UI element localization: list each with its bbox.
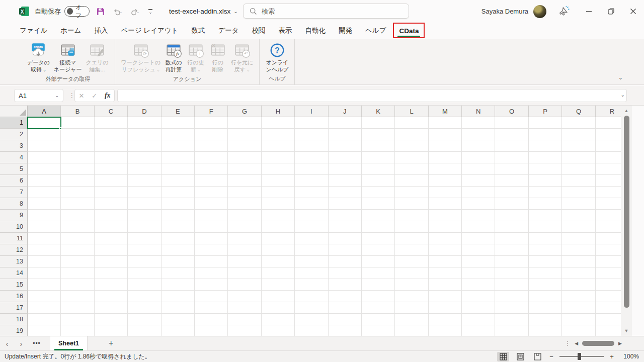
grid-cell[interactable] — [128, 233, 161, 244]
grid-cell[interactable] — [295, 279, 328, 291]
grid-cell[interactable] — [529, 221, 562, 233]
row-header-4[interactable]: 4 — [0, 152, 28, 163]
new-sheet-button[interactable]: + — [109, 339, 113, 348]
grid-cell[interactable] — [28, 187, 61, 198]
expand-formula-bar-chevron-icon[interactable]: ⌄ — [621, 92, 625, 98]
grid-cell[interactable] — [429, 256, 462, 267]
scroll-right-arrow-icon[interactable]: ▶ — [618, 341, 622, 346]
grid-cell[interactable] — [462, 140, 495, 152]
search-box[interactable] — [243, 4, 409, 19]
grid-cell[interactable] — [195, 244, 228, 256]
row-header-13[interactable]: 13 — [0, 256, 28, 267]
grid-cell[interactable] — [495, 302, 528, 314]
grid-cell[interactable] — [495, 279, 528, 291]
all-sheets-icon[interactable]: ••• — [28, 340, 45, 347]
grid-cell[interactable] — [128, 129, 161, 140]
page-break-preview-button[interactable] — [531, 352, 543, 361]
grid-cell[interactable] — [228, 152, 261, 163]
grid-cell[interactable] — [195, 175, 228, 187]
grid-cell[interactable] — [395, 291, 428, 302]
grid-cell[interactable] — [295, 175, 328, 187]
grid-cell[interactable] — [228, 163, 261, 175]
grid-cell[interactable] — [195, 129, 228, 140]
grid-cell[interactable] — [228, 129, 261, 140]
grid-cell[interactable] — [61, 256, 94, 267]
zoom-in-button[interactable]: + — [609, 353, 615, 360]
grid-cell[interactable] — [61, 291, 94, 302]
grid-cell[interactable] — [262, 117, 295, 129]
grid-cell[interactable] — [395, 140, 428, 152]
grid-cell[interactable] — [462, 129, 495, 140]
grid-cell[interactable] — [562, 210, 595, 221]
grid-cell[interactable] — [395, 117, 428, 129]
grid-cell[interactable] — [462, 163, 495, 175]
page-layout-view-button[interactable] — [514, 352, 526, 361]
grid-cell[interactable] — [61, 279, 94, 291]
grid-cell[interactable] — [395, 163, 428, 175]
grid-cell[interactable] — [262, 279, 295, 291]
grid-cell[interactable] — [262, 325, 295, 336]
grid-cell[interactable] — [228, 325, 261, 336]
grid-cell[interactable] — [28, 279, 61, 291]
grid-cell[interactable] — [529, 291, 562, 302]
grid-cell[interactable] — [262, 140, 295, 152]
grid-cell[interactable] — [262, 152, 295, 163]
grid-cell[interactable] — [529, 256, 562, 267]
autosave-control[interactable]: 自動保存 オフ — [35, 6, 90, 17]
grid-cell[interactable] — [28, 256, 61, 267]
grid-cell[interactable] — [295, 314, 328, 325]
grid-cell[interactable] — [462, 175, 495, 187]
row-header-8[interactable]: 8 — [0, 198, 28, 210]
grid-cell[interactable] — [262, 163, 295, 175]
grid-cell[interactable] — [429, 129, 462, 140]
grid-cell[interactable] — [329, 175, 362, 187]
grid-cell[interactable] — [228, 244, 261, 256]
tab-help[interactable]: ヘルプ — [359, 23, 392, 38]
grid-cell[interactable] — [596, 291, 621, 302]
grid-cell[interactable] — [162, 244, 195, 256]
grid-cell[interactable] — [362, 198, 395, 210]
grid-cell[interactable] — [61, 244, 94, 256]
grid-cell[interactable] — [495, 244, 528, 256]
grid-cell[interactable] — [228, 198, 261, 210]
grid-cell[interactable] — [362, 175, 395, 187]
grid-cell[interactable] — [95, 198, 128, 210]
grid-cell[interactable] — [61, 198, 94, 210]
restore-button[interactable] — [600, 0, 622, 23]
grid-cell[interactable] — [395, 267, 428, 279]
grid-cell[interactable] — [329, 221, 362, 233]
sheet-nav-right-icon[interactable]: › — [14, 339, 28, 348]
grid-cell[interactable] — [95, 314, 128, 325]
grid-cell[interactable] — [262, 187, 295, 198]
grid-cell[interactable] — [162, 325, 195, 336]
grid-cell[interactable] — [28, 291, 61, 302]
autosave-toggle[interactable]: オフ — [64, 6, 90, 17]
grid-cell[interactable] — [329, 244, 362, 256]
grid-cell[interactable] — [462, 187, 495, 198]
grid-cell[interactable] — [596, 175, 621, 187]
grid-cell[interactable] — [128, 314, 161, 325]
grid-cell[interactable] — [228, 302, 261, 314]
grid-cell[interactable] — [61, 152, 94, 163]
row-header-17[interactable]: 17 — [0, 302, 28, 314]
grid-cell[interactable] — [596, 244, 621, 256]
grid-cell[interactable] — [61, 117, 94, 129]
column-header-D[interactable]: D — [128, 106, 161, 117]
close-button[interactable] — [622, 0, 644, 23]
tab-formulas[interactable]: 数式 — [185, 23, 211, 38]
grid-cell[interactable] — [162, 291, 195, 302]
grid-cell[interactable] — [462, 302, 495, 314]
grid-cell[interactable] — [128, 244, 161, 256]
grid-cell[interactable] — [395, 129, 428, 140]
grid-cell[interactable] — [195, 267, 228, 279]
grid-cell[interactable] — [529, 129, 562, 140]
grid-cell[interactable] — [228, 291, 261, 302]
grid-cell[interactable] — [61, 267, 94, 279]
grid-cell[interactable] — [596, 267, 621, 279]
grid-cell[interactable] — [429, 325, 462, 336]
grid-cell[interactable] — [329, 210, 362, 221]
grid-cell[interactable] — [195, 233, 228, 244]
grid-cell[interactable] — [495, 256, 528, 267]
excel-app-icon[interactable]: X — [19, 6, 30, 17]
minimize-button[interactable] — [578, 0, 600, 23]
